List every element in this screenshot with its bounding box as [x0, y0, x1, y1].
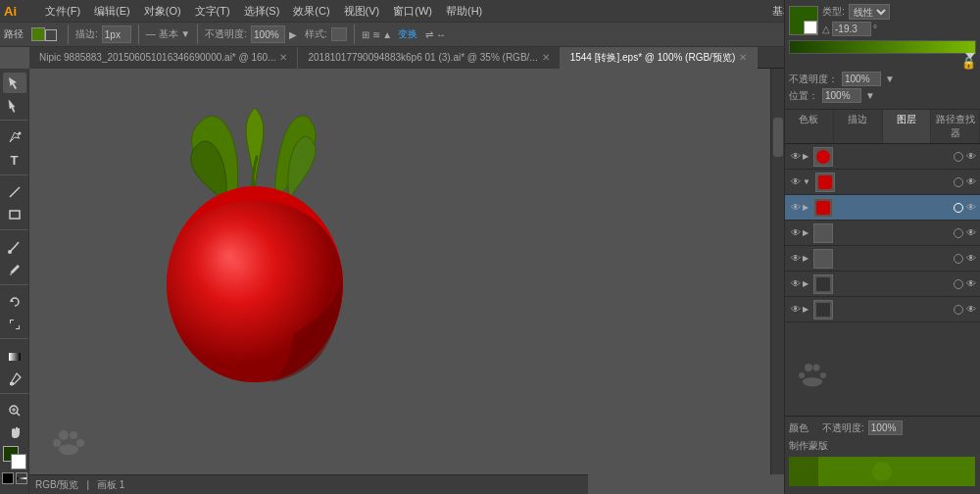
tab-3-close[interactable]: ✕: [739, 52, 747, 63]
layer-row-3[interactable]: 👁 ▶ 👁: [785, 195, 980, 221]
layer-1-visible-icon[interactable]: 👁: [966, 151, 976, 162]
gradient-bar[interactable]: [789, 40, 976, 54]
opacity-dropdown-icon[interactable]: ▼: [885, 74, 895, 84]
layer-1-target[interactable]: [954, 152, 963, 162]
layer-6-visible-icon[interactable]: 👁: [966, 278, 976, 289]
type-tool-btn[interactable]: T: [3, 150, 26, 171]
menu-edit[interactable]: 编辑(E): [88, 2, 136, 21]
tab-2-close[interactable]: ✕: [542, 52, 550, 63]
tab-stroke[interactable]: 描边: [834, 110, 883, 143]
brush-tool-btn[interactable]: [3, 236, 26, 257]
menu-file[interactable]: 文件(F): [39, 2, 86, 21]
tab-pathfinder[interactable]: 路径查找器: [931, 110, 980, 143]
menu-select[interactable]: 选择(S): [238, 2, 286, 21]
none-color[interactable]: [2, 472, 14, 484]
stroke-width-input[interactable]: [102, 25, 131, 43]
layer-3-target[interactable]: [954, 203, 963, 213]
transform-label[interactable]: 变换: [398, 27, 417, 41]
fg-bg-color-display[interactable]: [3, 446, 26, 469]
gradient-opacity-input[interactable]: [842, 72, 881, 86]
tab-2[interactable]: 20181017790094883k6p6 01 (3).ai* @ 35% (…: [298, 47, 560, 69]
layer-2-expand[interactable]: ▼: [803, 177, 810, 186]
layer-6-target[interactable]: [954, 279, 963, 289]
scale-tool-btn[interactable]: [3, 314, 26, 334]
tab-3[interactable]: 1544 [转换].eps* @ 100% (RGB/预览) ✕: [561, 47, 759, 69]
layer-7-target[interactable]: [954, 305, 963, 315]
tab-color-board[interactable]: 色板: [785, 110, 834, 143]
gradient-swatch-main[interactable]: [789, 6, 818, 35]
pencil-tool-btn[interactable]: [3, 259, 26, 279]
layer-row-1[interactable]: 👁 ▶ 👁: [785, 144, 980, 170]
layer-5-visibility[interactable]: 👁: [789, 252, 803, 266]
layer-7-expand[interactable]: ▶: [803, 305, 808, 314]
gradient-type-select[interactable]: 线性: [849, 4, 890, 20]
layer-5-visible-icon[interactable]: 👁: [966, 253, 976, 264]
bottom-color-label[interactable]: 颜色: [789, 421, 808, 435]
gradient-tool-btn[interactable]: [3, 346, 26, 367]
layer-2-visible-icon[interactable]: 👁: [966, 176, 976, 187]
warp-icon[interactable]: ⇌ ↔: [425, 29, 446, 40]
menu-view[interactable]: 视图(V): [338, 2, 386, 21]
svg-point-14: [70, 431, 77, 439]
direct-selection-tool-btn[interactable]: [3, 95, 26, 116]
menu-text[interactable]: 文字(T): [189, 2, 236, 21]
layer-row-4[interactable]: 👁 ▶ 👁: [785, 221, 980, 246]
layer-5-color: [816, 252, 830, 266]
pen-tool-btn[interactable]: [3, 127, 26, 148]
layer-4-expand[interactable]: ▶: [803, 228, 808, 237]
layer-7-visibility[interactable]: 👁: [789, 303, 803, 317]
fill-color-swatch[interactable]: [31, 27, 45, 41]
menu-help[interactable]: 帮助(H): [440, 2, 488, 21]
layer-row-2[interactable]: 👁 ▼ 👁: [785, 170, 980, 195]
background-color[interactable]: [11, 454, 26, 469]
opacity-input[interactable]: [251, 25, 285, 43]
style-swatch[interactable]: [331, 27, 347, 41]
layer-5-expand[interactable]: ▶: [803, 254, 808, 263]
make-mask-label[interactable]: 制作蒙版: [789, 439, 828, 453]
gradient-angle-input[interactable]: [832, 22, 871, 36]
canvas-scrollbar[interactable]: [770, 69, 784, 474]
position-dropdown-icon[interactable]: ▼: [865, 90, 875, 101]
rectangle-tool-btn[interactable]: [3, 205, 26, 225]
gradient-color-indicator[interactable]: [16, 472, 27, 484]
layer-4-target[interactable]: [954, 228, 963, 238]
style-dropdown[interactable]: 样式:: [305, 27, 327, 41]
line-tool-btn[interactable]: [3, 182, 26, 203]
layer-6-visibility[interactable]: 👁: [789, 277, 803, 291]
menu-window[interactable]: 窗口(W): [387, 2, 438, 21]
selection-tool-btn[interactable]: [3, 73, 26, 93]
zoom-tool-btn[interactable]: [3, 401, 26, 421]
hand-tool-btn[interactable]: [3, 423, 26, 444]
layer-7-visible-icon[interactable]: 👁: [966, 304, 976, 315]
layer-1-visibility[interactable]: 👁: [789, 150, 803, 164]
stroke-color-swatch[interactable]: [45, 29, 57, 41]
menu-object[interactable]: 对象(O): [138, 2, 187, 21]
layer-2-visibility[interactable]: 👁: [789, 175, 803, 189]
layer-1-expand[interactable]: ▶: [803, 152, 808, 161]
gradient-swatch-secondary[interactable]: [804, 21, 817, 34]
layer-3-visibility[interactable]: 👁: [789, 201, 803, 215]
tab-layers[interactable]: 图层: [883, 110, 932, 143]
layer-2-target[interactable]: [954, 177, 963, 187]
layer-3-visible-icon[interactable]: 👁: [966, 202, 976, 213]
tab-1[interactable]: Nipic 9885883_201506051016346690000.ai* …: [29, 47, 298, 69]
layer-4-visibility[interactable]: 👁: [789, 226, 803, 240]
tab-1-close[interactable]: ✕: [279, 52, 287, 63]
menu-effect[interactable]: 效果(C): [287, 2, 335, 21]
rotate-tool-btn[interactable]: [3, 291, 26, 312]
svg-point-0: [18, 132, 21, 135]
layer-5-target[interactable]: [954, 254, 963, 264]
layer-row-6[interactable]: 👁 ▶ 👁: [785, 272, 980, 297]
layer-row-7[interactable]: 👁 ▶ 👁: [785, 297, 980, 322]
gradient-position-input[interactable]: [822, 88, 861, 103]
canvas-area[interactable]: RGB/预览 | 画板 1: [29, 69, 784, 494]
layer-6-expand[interactable]: ▶: [803, 279, 808, 288]
layer-3-expand[interactable]: ▶: [803, 203, 808, 212]
bottom-opacity-input[interactable]: [868, 420, 903, 435]
layer-4-visible-icon[interactable]: 👁: [966, 227, 976, 238]
layer-row-5[interactable]: 👁 ▶ 👁: [785, 246, 980, 272]
eyedropper-tool-btn[interactable]: [3, 369, 26, 389]
opacity-expand[interactable]: ▶: [289, 29, 297, 40]
gradient-stop-right[interactable]: [965, 53, 975, 59]
scroll-thumb[interactable]: [773, 118, 783, 157]
